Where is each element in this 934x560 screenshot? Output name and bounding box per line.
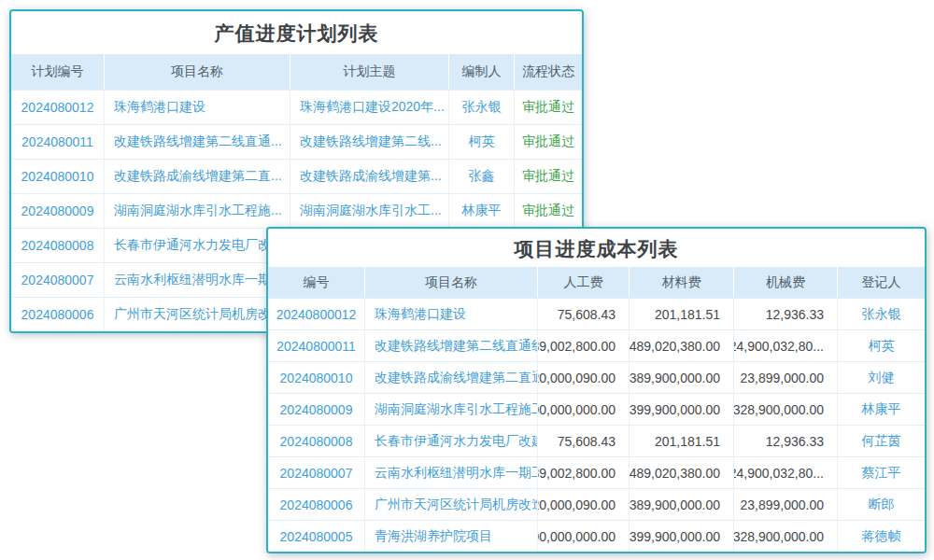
table-row: 20240800011改建铁路线增建第二线直通线...389,002,800.0… [268,329,925,361]
labor-cost-value: 320,000,090.00 [538,489,630,520]
machine-cost-value: 23,899,000.00 [734,489,838,520]
project-name-link[interactable]: 长春市伊通河水力发电厂改建... [365,426,538,456]
labor-cost-value: 389,002,800.00 [538,457,630,488]
plan-id-link[interactable]: 2024080007 [11,263,105,297]
project-name-link[interactable]: 湖南洞庭湖水库引水工程施... [105,194,290,228]
author-link[interactable]: 林康平 [449,194,515,228]
table-row: 2024080010改建铁路成渝线增建第二直...改建铁路成渝线增建第...张鑫… [11,159,582,193]
cost-id-link[interactable]: 2024080006 [268,489,365,520]
labor-cost-value: 4,290,000,000.00 [538,521,630,552]
project-name-link[interactable]: 湖南洞庭湖水库引水工程施工... [365,394,538,425]
registrant-link[interactable]: 断郎 [838,489,925,520]
material-cost-value: 201,181.51 [630,299,734,329]
project-name-link[interactable]: 改建铁路线增建第二线直通线... [365,330,538,361]
machine-cost-value: 12,936.33 [734,426,838,456]
plan-subject-link[interactable]: 改建铁路成渝线增建第... [290,160,449,193]
registrant-link[interactable]: 蒋德帧 [838,521,925,552]
registrant-link[interactable]: 刘健 [838,362,925,393]
column-header-plan-subject: 计划主题 [290,54,449,90]
status-text[interactable]: 审批通过 [515,160,582,193]
plan-id-link[interactable]: 2024080011 [11,125,105,159]
project-name-link[interactable]: 长春市伊通河水力发电厂改... [105,229,290,262]
cost-id-link[interactable]: 20240800011 [268,330,365,361]
plan-id-link[interactable]: 2024080010 [11,160,105,193]
registrant-link[interactable]: 何芷茵 [838,426,925,456]
column-header-labor-cost: 人工费 [538,267,630,298]
table-row: 2024080012珠海鹤港口建设珠海鹤港口建设2020年...张永银审批通过 [11,90,582,124]
cost-list-window: 项目进度成本列表 编号 项目名称 人工费 材料费 机械费 登记人 2024080… [266,227,927,553]
registrant-link[interactable]: 林康平 [838,394,925,425]
column-header-registrant: 登记人 [838,267,925,298]
project-name-link[interactable]: 改建铁路成渝线增建第二直... [105,160,290,193]
plan-id-link[interactable]: 2024080006 [11,298,105,331]
machine-cost-value: 12,936.33 [734,299,838,329]
registrant-link[interactable]: 张永银 [838,299,925,329]
column-header-id: 编号 [268,267,365,298]
plan-subject-link[interactable]: 湖南洞庭湖水库引水工... [290,194,449,228]
material-cost-value: 3,489,020,380.00 [630,457,734,488]
material-cost-value: 4,389,900,000.00 [630,362,734,393]
project-name-link[interactable]: 改建铁路线增建第二线直通... [105,125,290,159]
table-row: 20240800012珠海鹤港口建设75,608.43201,181.5112,… [268,298,925,329]
plan-subject-link[interactable]: 改建铁路线增建第二线... [290,125,449,159]
cost-id-link[interactable]: 2024080010 [268,362,365,393]
author-link[interactable]: 张永银 [449,91,515,124]
column-header-author: 编制人 [449,54,515,90]
cost-id-link[interactable]: 2024080005 [268,521,365,552]
project-name-link[interactable]: 广州市天河区统计局机房改... [105,298,290,331]
column-header-flow-status: 流程状态 [515,54,582,90]
plan-table-header: 计划编号 项目名称 计划主题 编制人 流程状态 [11,54,582,90]
material-cost-value: 201,181.51 [630,426,734,456]
table-row: 2024080010改建铁路成渝线增建第二直通...320,000,090.00… [268,361,925,393]
status-text[interactable]: 审批通过 [515,125,582,159]
material-cost-value: 4,399,900,000.00 [630,521,734,552]
table-row: 2024080011改建铁路线增建第二线直通...改建铁路线增建第二线...柯英… [11,124,582,159]
plan-list-title: 产值进度计划列表 [11,11,582,54]
column-header-project-name: 项目名称 [105,54,290,90]
material-cost-value: 4,389,900,000.00 [630,489,734,520]
project-name-link[interactable]: 云南水利枢纽潜明水库一期工... [365,457,538,488]
machine-cost-value: 328,900,000.00 [734,521,838,552]
status-text[interactable]: 审批通过 [515,194,582,228]
status-text[interactable]: 审批通过 [515,91,582,124]
registrant-link[interactable]: 柯英 [838,330,925,361]
author-link[interactable]: 柯英 [449,125,515,159]
author-link[interactable]: 张鑫 [449,160,515,193]
table-row: 2024080007云南水利枢纽潜明水库一期工...389,002,800.00… [268,456,925,488]
labor-cost-value: 320,000,090.00 [538,362,630,393]
plan-id-link[interactable]: 2024080008 [11,229,105,262]
cost-id-link[interactable]: 2024080008 [268,426,365,456]
machine-cost-value: 24,900,032,80... [734,330,838,361]
column-header-machine-cost: 机械费 [734,267,838,298]
plan-id-link[interactable]: 2024080012 [11,91,105,124]
cost-list-title: 项目进度成本列表 [268,229,925,267]
project-name-link[interactable]: 珠海鹤港口建设 [365,299,538,329]
cost-id-link[interactable]: 2024080009 [268,394,365,425]
project-name-link[interactable]: 青海洪湖养护院项目 [365,521,538,552]
labor-cost-value: 75,608.43 [538,299,630,329]
column-header-project-name: 项目名称 [365,267,538,298]
cost-id-link[interactable]: 2024080007 [268,457,365,488]
labor-cost-value: 75,608.43 [538,426,630,456]
cost-id-link[interactable]: 20240800012 [268,299,365,329]
labor-cost-value: 389,002,800.00 [538,330,630,361]
project-name-link[interactable]: 广州市天河区统计局机房改造... [365,489,538,520]
table-row: 2024080005青海洪湖养护院项目4,290,000,000.004,399… [268,520,925,552]
table-row: 2024080009湖南洞庭湖水库引水工程施工...4,290,000,000.… [268,393,925,425]
cost-table-header: 编号 项目名称 人工费 材料费 机械费 登记人 [268,267,925,298]
registrant-link[interactable]: 蔡江平 [838,457,925,488]
plan-subject-link[interactable]: 珠海鹤港口建设2020年... [290,91,449,124]
plan-id-link[interactable]: 2024080009 [11,194,105,228]
table-row: 2024080008长春市伊通河水力发电厂改建...75,608.43201,1… [268,425,925,456]
project-name-link[interactable]: 改建铁路成渝线增建第二直通... [365,362,538,393]
machine-cost-value: 23,899,000.00 [734,362,838,393]
machine-cost-value: 24,900,032,80... [734,457,838,488]
project-name-link[interactable]: 珠海鹤港口建设 [105,91,290,124]
table-row: 2024080006广州市天河区统计局机房改造...320,000,090.00… [268,488,925,520]
column-header-material-cost: 材料费 [630,267,734,298]
material-cost-value: 3,489,020,380.00 [630,330,734,361]
table-row: 2024080009湖南洞庭湖水库引水工程施...湖南洞庭湖水库引水工...林康… [11,193,582,228]
labor-cost-value: 4,290,000,000.00 [538,394,630,425]
project-name-link[interactable]: 云南水利枢纽潜明水库一期... [105,263,290,297]
machine-cost-value: 328,900,000.00 [734,394,838,425]
